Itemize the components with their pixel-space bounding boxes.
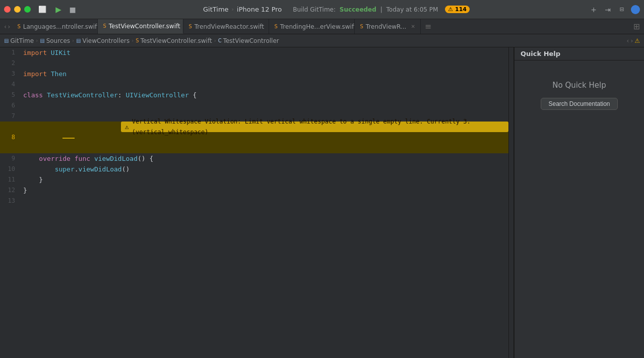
titlebar-center: GitTime › iPhone 12 Pro Build GitTime: S… bbox=[84, 6, 589, 13]
code-line-9: 9 override func viewDidLoad() { bbox=[0, 153, 508, 164]
line-number: 4 bbox=[0, 79, 20, 90]
build-info: Build GitTime: Succeeded | Today at 6:05… bbox=[293, 6, 438, 13]
minimize-button[interactable] bbox=[14, 6, 21, 13]
tab-label: TestViewController.swift bbox=[109, 23, 180, 30]
code-line-8: 8 ⚠ Vertical Whitespace Violation: Limit… bbox=[0, 122, 508, 153]
tab-file-icon: S bbox=[188, 24, 191, 29]
tab-label: Languages...ntroller.swift bbox=[23, 23, 98, 30]
code-line-13: 13 bbox=[0, 196, 508, 206]
tab-file-icon: S bbox=[103, 23, 106, 29]
bc-label: TestViewController.swift bbox=[141, 37, 212, 44]
maximize-button[interactable] bbox=[24, 6, 31, 13]
tabbar: ‹ › S Languages...ntroller.swift ✕ S Tes… bbox=[0, 19, 644, 34]
class-icon: C bbox=[218, 38, 222, 43]
code-line-6: 6 bbox=[0, 100, 508, 111]
line-number: 6 bbox=[0, 100, 20, 111]
warning-count: 114 bbox=[455, 6, 467, 13]
warning-icon: ⚠ bbox=[448, 6, 453, 13]
bc-viewcontrollers[interactable]: ▤ ViewControllers bbox=[76, 37, 130, 44]
build-time-separator: | bbox=[380, 6, 382, 13]
line-number: 9 bbox=[0, 153, 20, 164]
code-lines: 1 import UIKit 2 3 import Then 4 5 class… bbox=[0, 47, 508, 206]
line-number: 10 bbox=[0, 164, 20, 174]
warning-badge[interactable]: ⚠ 114 bbox=[445, 6, 470, 13]
arrow-icon[interactable]: ⇥ bbox=[603, 5, 613, 15]
bc-prev-button[interactable]: ‹ bbox=[627, 37, 629, 44]
line-content: import UIKit bbox=[20, 47, 508, 58]
file-icon: S bbox=[136, 38, 139, 43]
folder-icon: ▤ bbox=[40, 38, 44, 43]
split-editor-icon[interactable]: ⊟ bbox=[617, 5, 627, 15]
line-content: } bbox=[20, 185, 508, 196]
breadcrumb-nav: ‹ › ⚠ bbox=[627, 37, 640, 44]
bc-testviewcontroller-file[interactable]: S TestViewController.swift bbox=[136, 37, 212, 44]
tab-trendviewr[interactable]: S TrendViewR... ✕ bbox=[355, 19, 420, 34]
bc-chevron: › bbox=[72, 38, 74, 43]
code-line-5: 5 class TestViewController: UIViewContro… bbox=[0, 90, 508, 100]
quick-help-body: No Quick Help Search Documentation bbox=[514, 61, 644, 358]
titlebar: ⬜ ▶ ■ GitTime › iPhone 12 Pro Build GitT… bbox=[0, 0, 644, 19]
bc-label: TestViewController bbox=[223, 37, 279, 44]
tab-more-button[interactable]: ≡ bbox=[421, 19, 435, 34]
line-number: 11 bbox=[0, 174, 20, 185]
main-area: 1 import UIKit 2 3 import Then 4 5 class… bbox=[0, 47, 644, 358]
add-tab-button[interactable]: + bbox=[589, 5, 599, 15]
bc-next-button[interactable]: › bbox=[630, 37, 633, 44]
line-content: } bbox=[20, 174, 508, 185]
code-editor[interactable]: 1 import UIKit 2 3 import Then 4 5 class… bbox=[0, 47, 509, 358]
sidebar-toggle-icons: ⬜ bbox=[37, 4, 48, 15]
breadcrumb: ▤ GitTime › ▤ Sources › ▤ ViewController… bbox=[0, 34, 644, 47]
build-time: Today at 6:05 PM bbox=[387, 6, 438, 13]
tab-trendviewreactor[interactable]: S TrendViewReactor.swift ✕ bbox=[183, 19, 269, 34]
breadcrumb-chevron: › bbox=[232, 6, 234, 13]
warning-tooltip[interactable]: ⚠ Vertical Whitespace Violation: Limit v… bbox=[121, 122, 508, 132]
tab-languages[interactable]: S Languages...ntroller.swift ✕ bbox=[12, 19, 98, 34]
bc-label: GitTime bbox=[10, 37, 34, 44]
tab-forward-arrow[interactable]: › bbox=[8, 23, 10, 30]
folder-icon: ▤ bbox=[4, 38, 9, 43]
tab-trendinghearview[interactable]: S TrendingHe...erView.swift ✕ bbox=[269, 19, 355, 34]
project-name: GitTime bbox=[203, 6, 229, 13]
editor-gutter bbox=[509, 47, 514, 358]
code-line-1: 1 import UIKit bbox=[0, 47, 508, 58]
code-line-3: 3 import Then bbox=[0, 69, 508, 79]
tab-testviewcontroller[interactable]: S TestViewController.swift ✕ bbox=[98, 19, 183, 34]
bc-gittime[interactable]: ▤ GitTime bbox=[4, 37, 34, 44]
tab-close-icon[interactable]: ✕ bbox=[411, 24, 415, 29]
folder-icon: ▤ bbox=[76, 38, 81, 43]
traffic-lights bbox=[4, 6, 31, 13]
code-line-10: 10 super.viewDidLoad() bbox=[0, 164, 508, 174]
line-number: 2 bbox=[0, 58, 20, 69]
bc-testviewcontroller-class[interactable]: C TestViewController bbox=[218, 37, 279, 44]
code-line-12: 12 } bbox=[0, 185, 508, 196]
line-number: 13 bbox=[0, 196, 20, 206]
build-label: Build GitTime: bbox=[293, 6, 336, 13]
play-button[interactable]: ▶ bbox=[53, 4, 64, 15]
line-number: 8 bbox=[0, 132, 20, 143]
line-content: override func viewDidLoad() { bbox=[20, 153, 508, 164]
close-button[interactable] bbox=[4, 6, 11, 13]
stop-button[interactable]: ■ bbox=[67, 4, 78, 15]
sidebar-icon[interactable]: ⬜ bbox=[37, 4, 48, 15]
bc-sources[interactable]: ▤ Sources bbox=[40, 37, 70, 44]
code-line-11: 11 } bbox=[0, 174, 508, 185]
line-number: 1 bbox=[0, 47, 20, 58]
quick-help-title-label: Quick Help bbox=[521, 50, 560, 57]
line-content: super.viewDidLoad() bbox=[20, 164, 508, 174]
bc-warning-button[interactable]: ⚠ bbox=[634, 37, 640, 44]
status-circle-icon[interactable] bbox=[631, 5, 640, 14]
tab-file-icon: S bbox=[360, 24, 363, 29]
code-line-2: 2 bbox=[0, 58, 508, 69]
no-quick-help-label: No Quick Help bbox=[552, 81, 606, 90]
device-name[interactable]: iPhone 12 Pro bbox=[237, 6, 282, 13]
tab-file-icon: S bbox=[17, 24, 20, 29]
tab-file-icon: S bbox=[274, 24, 277, 29]
warning-message: Vertical Whitespace Violation: Limit ver… bbox=[132, 116, 504, 138]
warning-icon: ⚠ bbox=[125, 122, 129, 132]
tab-back-arrow[interactable]: ‹ bbox=[4, 23, 7, 30]
line-number: 7 bbox=[0, 111, 20, 122]
bc-chevron: › bbox=[214, 38, 216, 43]
search-documentation-button[interactable]: Search Documentation bbox=[541, 98, 617, 110]
tab-grid-button[interactable]: ⊞ bbox=[629, 19, 644, 34]
bc-label: Sources bbox=[46, 37, 70, 44]
